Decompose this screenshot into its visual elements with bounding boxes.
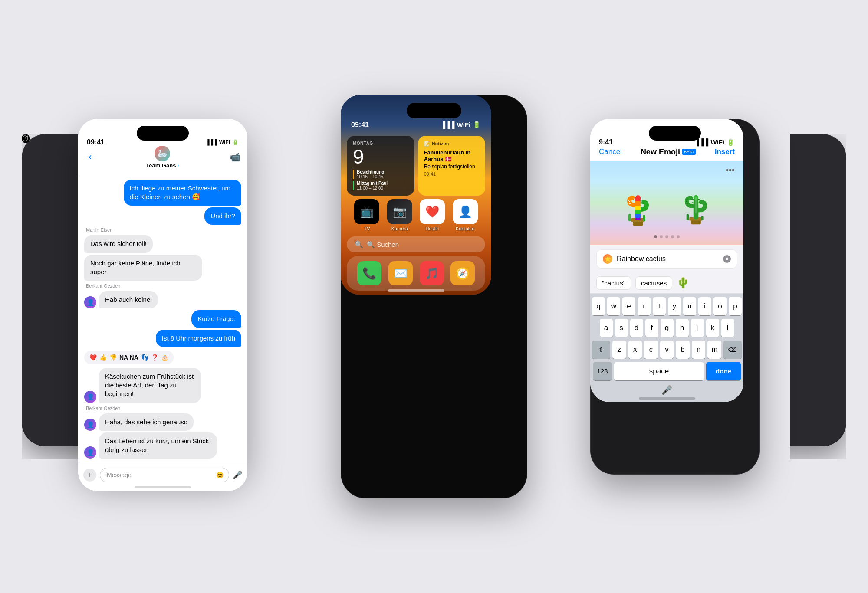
message-input-field[interactable]: iMessage 😊 — [100, 468, 229, 482]
key-u[interactable]: u — [683, 297, 696, 315]
key-p[interactable]: p — [729, 297, 742, 315]
video-call-button[interactable]: 📹 — [230, 152, 240, 162]
key-d[interactable]: d — [630, 319, 643, 337]
page-dot-3 — [665, 235, 668, 238]
message-bubble-3: Das wird sicher toll! — [84, 235, 153, 252]
key-z[interactable]: z — [612, 341, 626, 359]
svg-line-65 — [698, 199, 700, 200]
key-r[interactable]: r — [638, 297, 651, 315]
keyboard-row-2: a s d f g h j k l — [592, 319, 742, 337]
key-a[interactable]: a — [600, 319, 613, 337]
svg-point-70 — [687, 214, 689, 216]
keyboard-row-4: 123 space done — [592, 362, 742, 380]
key-h[interactable]: h — [676, 319, 689, 337]
key-w[interactable]: w — [607, 297, 620, 315]
dock-mail-icon[interactable]: ✉️ — [388, 261, 413, 285]
emoji-more-menu[interactable]: ••• — [599, 165, 735, 175]
cancel-button-emoji[interactable]: Cancel — [599, 147, 622, 156]
message-row-4: Noch gar keine Pläne, finde ich super — [84, 255, 241, 281]
key-e[interactable]: e — [622, 297, 635, 315]
cal-event-2-title: Mittag mit Paul — [357, 181, 408, 186]
app-contacts[interactable]: 👤 Kontakte — [453, 199, 478, 231]
emoji-pagination — [599, 235, 735, 238]
key-delete[interactable]: ⌫ — [723, 341, 742, 359]
phone-partial-left: ⏱ — [22, 134, 78, 459]
app-camera-icon: 📷 — [387, 199, 412, 224]
key-s[interactable]: s — [615, 319, 628, 337]
contact-avatar: 🦢 — [155, 146, 170, 161]
msg-avatar-3: 👤 — [84, 419, 96, 431]
dock-music-icon[interactable]: 🎵 — [420, 261, 444, 285]
key-g[interactable]: g — [661, 319, 674, 337]
key-n[interactable]: n — [692, 341, 706, 359]
svg-line-52 — [629, 203, 631, 204]
home-indicator-emoji — [639, 397, 695, 400]
suggestion-emoji[interactable]: 🌵 — [677, 277, 690, 289]
key-t[interactable]: t — [653, 297, 666, 315]
key-k[interactable]: k — [706, 319, 719, 337]
key-123[interactable]: 123 — [593, 362, 612, 380]
back-button-messages[interactable]: ‹ — [85, 150, 95, 164]
clear-search-button[interactable]: × — [723, 255, 731, 263]
insert-button-emoji[interactable]: Insert — [715, 147, 735, 156]
key-b[interactable]: b — [676, 341, 690, 359]
phones-container: ⏱ 09:41 ▐▐▐ WiFi 🔋 — [22, 36, 846, 557]
key-x[interactable]: x — [628, 341, 642, 359]
emoji-option-green-cactus[interactable] — [672, 181, 720, 229]
key-f[interactable]: f — [645, 319, 658, 337]
message-bubble-2: Und ihr? — [204, 207, 241, 225]
svg-line-64 — [692, 206, 694, 206]
message-row-8: 👤 Käsekuchen zum Frühstück ist die beste… — [84, 368, 241, 403]
svg-point-56 — [643, 215, 645, 217]
microphone-button-messages[interactable]: 🎤 — [233, 470, 242, 480]
key-space[interactable]: space — [614, 362, 704, 380]
app-tv[interactable]: 📺 TV — [354, 199, 379, 231]
emoji-search-input-field[interactable]: 🌟 Rainbow cactus × — [596, 249, 737, 269]
emoji-button[interactable]: 😊 — [216, 472, 224, 478]
key-o[interactable]: o — [713, 297, 727, 315]
key-done[interactable]: done — [706, 362, 741, 380]
key-l[interactable]: l — [721, 319, 734, 337]
sender-label-1: Martin Elser — [84, 226, 241, 233]
phone-maps-partial: Cl... Ru... — [790, 134, 846, 459]
key-m[interactable]: m — [707, 341, 721, 359]
app-camera[interactable]: 📷 Kamera — [387, 199, 412, 231]
reaction-bar[interactable]: ❤️ 👍 👎 NA NA 👣 ❓ 🎂 — [84, 351, 174, 364]
dock-compass-icon[interactable]: 🧭 — [450, 261, 475, 285]
suggestion-tag-1[interactable]: "cactus" — [596, 276, 631, 290]
svg-line-66 — [698, 203, 700, 203]
beta-badge: BETA — [682, 149, 696, 155]
calendar-widget[interactable]: MONTAG 9 Besichtigung 10:15 – 10:45 Mitt… — [347, 136, 414, 196]
message-row-9: 👤 Haha, das sehe ich genauso — [84, 413, 241, 431]
search-bar-lockscreen[interactable]: 🔍 🔍 Suchen — [347, 236, 485, 252]
svg-line-49 — [641, 199, 642, 200]
app-health[interactable]: ❤️ Health — [420, 199, 445, 231]
key-v[interactable]: v — [660, 341, 674, 359]
dock-lockscreen: 📞 ✉️ 🎵 🧭 — [347, 256, 485, 291]
emoji-options — [599, 177, 735, 233]
suggestion-tag-2[interactable]: cactuses — [635, 276, 672, 290]
keyboard-mic-icon[interactable]: 🎤 — [661, 385, 672, 395]
add-attachment-button[interactable]: + — [83, 469, 96, 482]
notes-item-2: Reiseplan fertigstellen — [424, 164, 480, 170]
key-shift[interactable]: ⇧ — [592, 341, 610, 359]
notes-time: 09:41 — [424, 171, 480, 177]
notes-widget[interactable]: 📝 Notizen Familienurlaub in Aarhus 🇩🇰 Re… — [418, 136, 486, 196]
widgets-area: MONTAG 9 Besichtigung 10:15 – 10:45 Mitt… — [341, 129, 491, 196]
message-input-placeholder: iMessage — [105, 472, 132, 478]
key-j[interactable]: j — [691, 319, 704, 337]
message-bubble-4: Noch gar keine Pläne, finde ich super — [84, 255, 202, 281]
battery-icon-messages: 🔋 — [232, 139, 239, 145]
emoji-option-rainbow-cactus[interactable] — [614, 181, 662, 229]
key-c[interactable]: c — [644, 341, 658, 359]
key-y[interactable]: y — [668, 297, 681, 315]
key-q[interactable]: q — [592, 297, 605, 315]
key-i[interactable]: i — [698, 297, 711, 315]
dynamic-island-messages — [137, 126, 189, 141]
page-dot-2 — [660, 235, 663, 238]
dynamic-island-lockscreen — [407, 103, 461, 118]
calendar-event-1: Besichtigung 10:15 – 10:45 — [353, 170, 408, 179]
calendar-widget-number: 9 — [353, 146, 408, 168]
dock-phone-icon[interactable]: 📞 — [357, 261, 381, 285]
emoji-search-icon: 🌟 — [603, 254, 612, 264]
